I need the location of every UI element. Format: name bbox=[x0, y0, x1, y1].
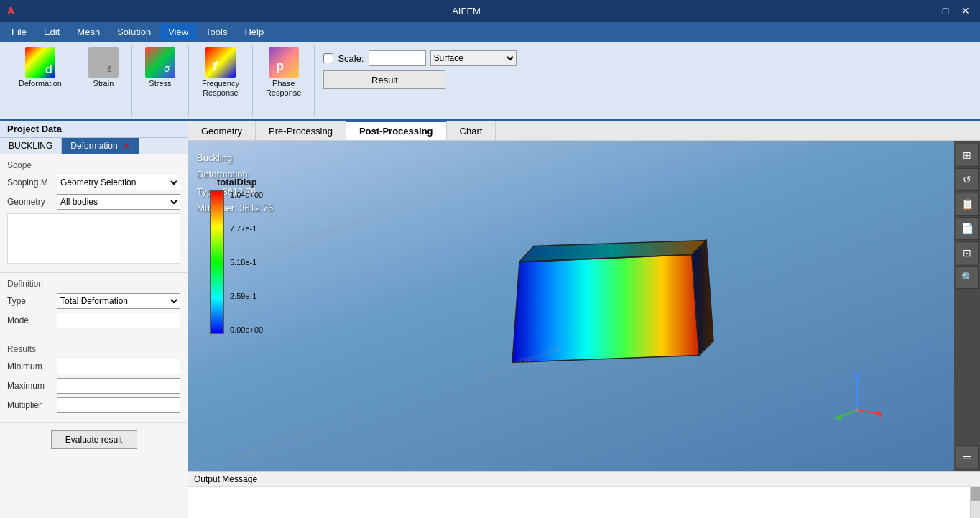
results-title: Results bbox=[7, 344, 180, 354]
multiplier-label: Multiplier bbox=[7, 400, 54, 410]
ribbon-group-strain: ε Strain bbox=[75, 45, 132, 116]
rt-btn-doc[interactable]: 📄 bbox=[956, 217, 979, 240]
frequency-button[interactable]: f FrequencyResponse bbox=[198, 45, 244, 101]
geometry-blank-area bbox=[7, 213, 180, 264]
menu-solution[interactable]: Solution bbox=[108, 24, 160, 40]
output-scrollbar[interactable] bbox=[970, 487, 980, 518]
scale-input[interactable] bbox=[369, 50, 426, 66]
rt-btn-zoom[interactable]: 🔍 bbox=[956, 266, 979, 289]
strain-button[interactable]: ε Strain bbox=[84, 45, 123, 91]
rt-btn-grid[interactable]: ⊞ bbox=[956, 144, 979, 167]
svg-text:Y: Y bbox=[833, 416, 838, 421]
type-select[interactable]: Total Deformation bbox=[57, 293, 180, 309]
legend-color-bar bbox=[210, 190, 224, 334]
svg-text:Z: Z bbox=[858, 371, 862, 376]
ribbon-group-deformation: d Deformation bbox=[6, 45, 75, 116]
maximum-row: Maximum 1.03608 bbox=[7, 378, 180, 394]
rt-btn-rotate[interactable]: ↺ bbox=[956, 168, 979, 191]
legend-labels: 1.04e+00 7.77e-1 5.18e-1 2.59e-1 0.00e+0… bbox=[228, 190, 264, 334]
watermark-1: www.YuuDnn.com bbox=[282, 213, 369, 254]
project-data-header: Project Data bbox=[0, 121, 188, 138]
minimize-button[interactable]: ─ bbox=[918, 5, 933, 17]
maximum-value[interactable]: 1.03608 bbox=[57, 378, 180, 394]
main-area: Project Data BUCKLING Deformation ✕ Scop… bbox=[0, 121, 980, 518]
menu-bar: File Edit Mesh Solution View Tools Help bbox=[0, 22, 980, 42]
frequency-icon: f bbox=[205, 47, 236, 78]
scale-label: Scale: bbox=[338, 53, 364, 64]
legend-title: totalDisp bbox=[217, 177, 257, 188]
ribbon: d Deformation ε Strain bbox=[0, 42, 980, 121]
menu-edit[interactable]: Edit bbox=[35, 24, 68, 40]
phase-label: PhaseResponse bbox=[266, 79, 302, 98]
svg-text:d: d bbox=[45, 63, 52, 75]
results-section: Results Minimum 0 Maximum 1.03608 Multip… bbox=[0, 338, 188, 423]
frequency-label: FrequencyResponse bbox=[202, 79, 239, 98]
close-button[interactable]: ✕ bbox=[958, 5, 973, 17]
deformation-svg: d bbox=[25, 47, 55, 78]
svg-text:X: X bbox=[879, 413, 882, 421]
window-controls: ─ □ ✕ bbox=[918, 5, 973, 17]
menu-view[interactable]: View bbox=[160, 24, 197, 40]
rt-btn-copy[interactable]: 📋 bbox=[956, 193, 979, 216]
svg-rect-8 bbox=[269, 47, 299, 78]
mode-label: Mode bbox=[7, 315, 54, 325]
sidebar-tab-row: BUCKLING Deformation ✕ bbox=[0, 138, 188, 154]
type-label: Type bbox=[7, 296, 54, 306]
svg-marker-10 bbox=[512, 255, 699, 363]
content-tabs: Geometry Pre-Processing Post-Processing … bbox=[188, 121, 980, 141]
multiplier-row: Multiplier 3612.76 bbox=[7, 397, 180, 413]
menu-tools[interactable]: Tools bbox=[197, 24, 236, 40]
scope-section: Scope Scoping M Geometry Selection Geome… bbox=[0, 154, 188, 273]
rt-btn-measure[interactable]: ═ bbox=[956, 445, 979, 468]
ribbon-group-stress: σ Stress bbox=[132, 45, 189, 116]
right-toolbar: ⊞ ↺ 📋 📄 ⊡ 🔍 ═ bbox=[954, 141, 980, 471]
menu-mesh[interactable]: Mesh bbox=[68, 24, 108, 40]
stress-icon: σ bbox=[145, 47, 175, 78]
svg-rect-2 bbox=[88, 47, 119, 78]
maximize-button[interactable]: □ bbox=[938, 5, 953, 17]
legend-bar-row: 1.04e+00 7.77e-1 5.18e-1 2.59e-1 0.00e+0… bbox=[210, 190, 264, 334]
scoping-method-label: Scoping M bbox=[7, 177, 54, 188]
output-content bbox=[188, 487, 970, 518]
phase-button[interactable]: p PhaseResponse bbox=[262, 45, 306, 101]
multiplier-value[interactable]: 3612.76 bbox=[57, 397, 180, 413]
menu-file[interactable]: File bbox=[3, 24, 35, 40]
tab-preprocessing[interactable]: Pre-Processing bbox=[256, 121, 346, 140]
deformation-button[interactable]: d Deformation bbox=[14, 45, 66, 91]
app-logo: A bbox=[7, 5, 14, 17]
strain-svg: ε bbox=[88, 47, 119, 78]
tab-chart[interactable]: Chart bbox=[447, 121, 496, 140]
menu-help[interactable]: Help bbox=[236, 24, 272, 40]
scrollbar-thumb[interactable] bbox=[971, 487, 980, 501]
evaluate-button[interactable]: Evaluate result bbox=[51, 430, 137, 449]
strain-label: Strain bbox=[93, 79, 114, 88]
viewport[interactable]: Buckling Deformation Type: 3612.76 Multi… bbox=[188, 141, 954, 471]
scoping-method-select[interactable]: Geometry Selection bbox=[57, 175, 180, 190]
close-tab-icon[interactable]: ✕ bbox=[123, 141, 130, 151]
tab-postprocessing[interactable]: Post-Processing bbox=[346, 121, 447, 140]
minimum-value[interactable]: 0 bbox=[57, 359, 180, 374]
info-line-1: Buckling bbox=[197, 149, 273, 166]
sidebar-tab-buckling[interactable]: BUCKLING bbox=[0, 138, 62, 154]
minimum-row: Minimum 0 bbox=[7, 359, 180, 374]
svg-rect-4 bbox=[145, 47, 175, 78]
mode-row: Mode 1 bbox=[7, 313, 180, 328]
deformation-label: Deformation bbox=[19, 79, 62, 88]
window-title: AIFEM bbox=[14, 6, 918, 17]
phase-icon: p bbox=[269, 47, 299, 78]
scale-checkbox[interactable] bbox=[323, 53, 333, 63]
sidebar-tab-deformation[interactable]: Deformation ✕ bbox=[62, 138, 139, 154]
tab-geometry[interactable]: Geometry bbox=[188, 121, 256, 140]
strain-icon: ε bbox=[88, 47, 119, 78]
stress-label: Stress bbox=[149, 79, 171, 88]
rt-btn-frame[interactable]: ⊡ bbox=[956, 241, 979, 264]
surface-select[interactable]: Surface Volume bbox=[430, 50, 517, 66]
svg-point-25 bbox=[855, 408, 859, 412]
result-button[interactable]: Result bbox=[323, 70, 445, 89]
geometry-select[interactable]: All bodies bbox=[57, 194, 180, 210]
model-3d-svg bbox=[498, 233, 721, 377]
mode-input[interactable]: 1 bbox=[57, 313, 180, 328]
stress-button[interactable]: σ Stress bbox=[141, 45, 180, 91]
ribbon-controls: Scale: Surface Volume Result bbox=[315, 45, 524, 116]
ribbon-deformation-buttons: d Deformation bbox=[14, 45, 66, 91]
